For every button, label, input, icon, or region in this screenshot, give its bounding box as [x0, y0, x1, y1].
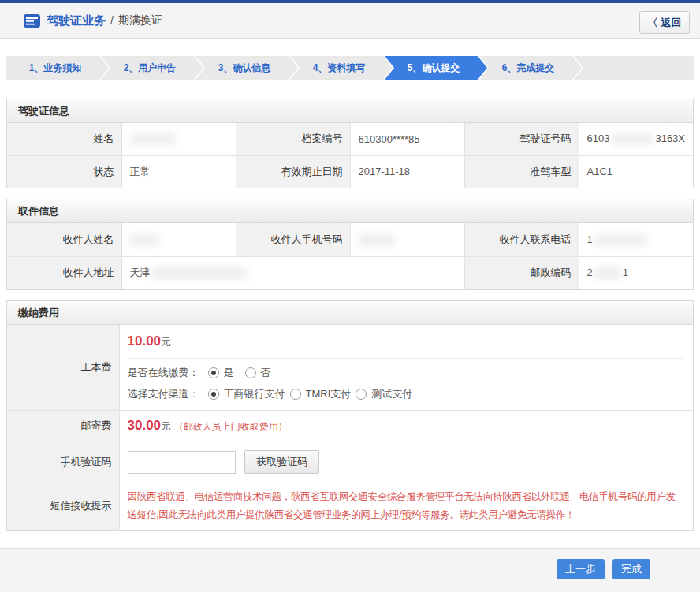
- radio-unselected-icon: [290, 389, 301, 400]
- footer-bar: 上一步 完成: [0, 548, 700, 592]
- previous-step-button[interactable]: 上一步: [557, 559, 605, 579]
- table-row: 状态 正常 有效期止日期 2017-11-18 准驾车型 A1C1: [7, 155, 693, 188]
- online-pay-no-radio[interactable]: 否: [245, 366, 271, 380]
- sms-tip-label: 短信接收提示: [7, 482, 119, 531]
- back-button[interactable]: 〈 返回: [639, 11, 690, 34]
- table-row: 邮寄费 30.00元 （邮政人员上门收取费用）: [7, 411, 693, 441]
- postage-amount: 30.00: [128, 418, 162, 433]
- online-pay-yes-radio[interactable]: 是: [208, 366, 234, 380]
- page-header: 驾驶证业务 / 期满换证 〈 返回: [0, 3, 700, 39]
- pickup-info-section: 取件信息 收件人姓名 收件人手机号码 收件人联系电话 1 收件人地址 天津 邮政…: [6, 199, 694, 290]
- get-code-button[interactable]: 获取验证码: [244, 450, 319, 474]
- step-6: 6、完成提交: [479, 56, 583, 80]
- license-no-value: 61033163X: [579, 123, 693, 155]
- step-label: 2、用户申告: [124, 56, 183, 80]
- radio-unselected-icon: [245, 367, 256, 378]
- work-fee-label: 工本费: [7, 325, 119, 411]
- pay-channel-label: 选择支付渠道：: [128, 387, 208, 401]
- step-2: 2、用户申告: [101, 56, 205, 80]
- vehicle-value: A1C1: [579, 155, 693, 188]
- license-info-section: 驾驶证信息 姓名 档案编号 610300****85 驾驶证号码 6103316…: [6, 99, 694, 188]
- radio-unselected-icon: [356, 389, 367, 400]
- back-button-label: 返回: [661, 16, 682, 30]
- channel-tmri-radio[interactable]: TMRI支付: [290, 387, 352, 401]
- sms-code-input[interactable]: [128, 451, 236, 474]
- online-pay-label: 是否在线缴费：: [128, 366, 208, 380]
- postage-cell: 30.00元 （邮政人员上门收取费用）: [119, 411, 693, 441]
- step-label: 3、确认信息: [218, 56, 277, 80]
- table-row: 收件人姓名 收件人手机号码 收件人联系电话 1: [7, 223, 693, 256]
- sms-tip-text: 因陕西省联通、电信运营商技术问题，陕西省互联网交通安全综合服务管理平台无法向持陕…: [128, 482, 684, 530]
- channel-test-radio[interactable]: 测试支付: [356, 387, 412, 401]
- recipient-mobile-label: 收件人手机号码: [236, 223, 350, 256]
- payment-section: 缴纳费用 工本费 10.00元 是否在线缴费： 是 否 选择支付渠道： 工商银行…: [6, 300, 694, 531]
- finish-button[interactable]: 完成: [612, 559, 650, 579]
- step-label: 6、完成提交: [502, 56, 561, 80]
- recipient-name-label: 收件人姓名: [7, 223, 121, 256]
- step-4: 4、资料填写: [290, 56, 394, 80]
- step-wizard: 1、业务须知2、用户申告3、确认信息4、资料填写5、确认提交6、完成提交: [6, 56, 694, 80]
- file-no-value: 610300****85: [350, 123, 464, 155]
- step-label: 4、资料填写: [313, 56, 372, 80]
- recipient-phone-label: 收件人联系电话: [464, 223, 579, 256]
- work-fee-cell: 10.00元 是否在线缴费： 是 否 选择支付渠道： 工商银行支付 TMRI支付…: [119, 325, 693, 411]
- breadcrumb-current: 期满换证: [118, 13, 162, 28]
- sms-code-label: 手机验证码: [7, 441, 119, 482]
- status-label: 状态: [7, 155, 121, 188]
- name-value: [121, 123, 236, 155]
- table-row: 收件人地址 天津 邮政编码 21: [7, 256, 693, 289]
- sms-code-cell: 获取验证码: [119, 441, 693, 482]
- file-no-label: 档案编号: [236, 123, 350, 155]
- license-business-icon: [24, 14, 40, 28]
- expiry-value: 2017-11-18: [350, 155, 464, 188]
- step-label: 5、确认提交: [408, 56, 467, 80]
- pickup-section-title: 取件信息: [7, 199, 693, 223]
- step-bar-tail: [574, 56, 694, 80]
- recipient-phone-value: 1: [579, 223, 693, 256]
- table-row: 短信接收提示 因陕西省联通、电信运营商技术问题，陕西省互联网交通安全综合服务管理…: [7, 482, 693, 531]
- step-label: 1、业务须知: [29, 56, 88, 80]
- recipient-name-value: [121, 223, 236, 256]
- license-no-label: 驾驶证号码: [464, 123, 579, 155]
- work-fee-amount: 10.00: [128, 333, 162, 348]
- radio-selected-icon: [208, 367, 219, 378]
- expiry-label: 有效期止日期: [236, 155, 350, 188]
- table-row: 姓名 档案编号 610300****85 驾驶证号码 61033163X: [7, 123, 693, 155]
- postage-label: 邮寄费: [7, 411, 119, 441]
- license-section-title: 驾驶证信息: [7, 99, 693, 123]
- payment-section-title: 缴纳费用: [7, 301, 693, 325]
- postage-note: （邮政人员上门收取费用）: [174, 421, 288, 432]
- name-label: 姓名: [7, 123, 121, 155]
- status-value: 正常: [121, 155, 236, 188]
- vehicle-label: 准驾车型: [464, 155, 579, 188]
- step-5: 5、确认提交: [385, 56, 489, 80]
- recipient-address-value: 天津: [121, 256, 464, 289]
- postcode-label: 邮政编码: [464, 256, 579, 289]
- step-1: 1、业务须知: [6, 56, 110, 80]
- recipient-address-label: 收件人地址: [7, 256, 121, 289]
- table-row: 手机验证码 获取验证码: [7, 441, 693, 482]
- recipient-mobile-value: [350, 223, 464, 256]
- back-chevron-icon: 〈: [648, 16, 658, 30]
- page-title: 驾驶证业务: [47, 13, 106, 28]
- step-3: 3、确认信息: [195, 56, 300, 80]
- table-row: 工本费 10.00元 是否在线缴费： 是 否 选择支付渠道： 工商银行支付 TM…: [7, 325, 693, 411]
- channel-icbc-radio[interactable]: 工商银行支付: [208, 387, 285, 401]
- radio-selected-icon: [208, 389, 219, 400]
- postcode-value: 21: [579, 256, 693, 289]
- sms-tip-cell: 因陕西省联通、电信运营商技术问题，陕西省互联网交通安全综合服务管理平台无法向持陕…: [119, 482, 693, 531]
- breadcrumb-separator: /: [110, 14, 114, 27]
